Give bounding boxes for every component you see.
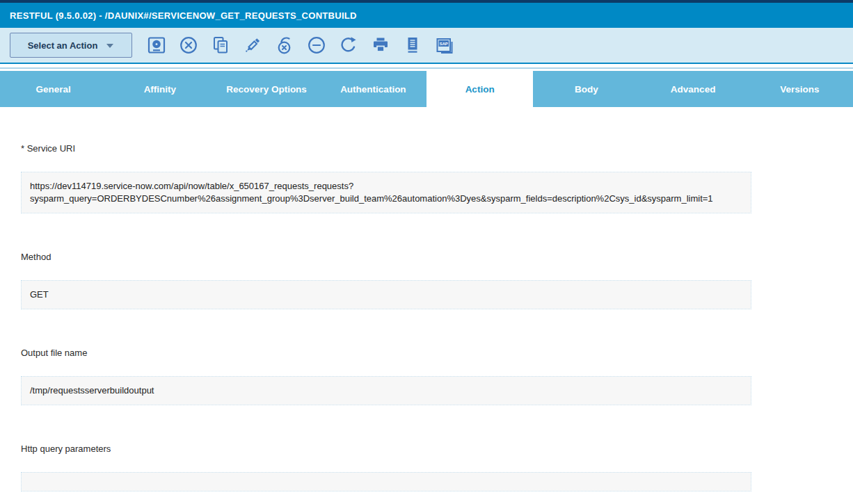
document-button[interactable] [402, 35, 423, 56]
output-file-name-input[interactable]: /tmp/requestsserverbuildoutput [21, 376, 751, 405]
select-action-label: Select an Action [28, 40, 98, 51]
sap-icon: SAP [435, 35, 454, 55]
toolbar-tab-separator [0, 64, 853, 71]
redo-button[interactable] [338, 35, 359, 56]
method-group: Method GET [21, 252, 853, 309]
svg-text:SAP: SAP [440, 42, 448, 46]
sap-button[interactable]: SAP [434, 35, 455, 56]
copy-icon [211, 35, 230, 55]
http-query-parameters-input[interactable] [21, 472, 751, 491]
free-circle-x-icon [275, 35, 294, 55]
minus-circle-icon [307, 35, 326, 55]
disk-button[interactable] [146, 35, 167, 56]
caret-down-icon [106, 39, 114, 51]
copy-button[interactable] [210, 35, 231, 56]
tab-general[interactable]: General [0, 71, 106, 107]
tab-bar: General Affinity Recovery Options Authen… [0, 71, 853, 107]
document-icon [403, 35, 422, 55]
service-uri-input[interactable]: https://dev114719.service-now.com/api/no… [21, 172, 751, 213]
window-title: RESTFUL (9.5.0.02) - /DAUNIX#/SERVICENOW… [10, 10, 357, 21]
service-uri-group: * Service URI https://dev114719.service-… [21, 143, 853, 213]
print-button[interactable] [370, 35, 391, 56]
edit-pencil-icon [243, 35, 262, 55]
tab-advanced[interactable]: Advanced [640, 71, 747, 107]
redo-arrow-icon [339, 35, 358, 55]
application-window: RESTFUL (9.5.0.02) - /DAUNIX#/SERVICENOW… [0, 0, 853, 504]
http-query-parameters-label: Http query parameters [21, 444, 853, 454]
output-file-name-group: Output file name /tmp/requestsserverbuil… [21, 348, 853, 405]
service-uri-label: * Service URI [21, 143, 853, 154]
tab-authentication[interactable]: Authentication [320, 71, 426, 107]
tab-versions[interactable]: Versions [747, 71, 853, 107]
select-action-dropdown[interactable]: Select an Action [10, 33, 132, 58]
action-tab-panel: * Service URI https://dev114719.service-… [0, 107, 853, 504]
disk-icon [147, 35, 166, 55]
tab-affinity[interactable]: Affinity [106, 71, 213, 107]
method-label: Method [21, 252, 853, 262]
toolbar-icon-row: SAP [146, 35, 455, 56]
printer-icon [371, 35, 390, 55]
close-circle-icon [179, 35, 198, 55]
tab-recovery-options[interactable]: Recovery Options [214, 71, 320, 107]
tab-body[interactable]: Body [533, 71, 639, 107]
free-button[interactable] [274, 35, 295, 56]
tab-action[interactable]: Action [426, 71, 533, 107]
toolbar: Select an Action [0, 28, 853, 64]
edit-button[interactable] [242, 35, 263, 56]
title-bar: RESTFUL (9.5.0.02) - /DAUNIX#/SERVICENOW… [0, 3, 853, 28]
method-input[interactable]: GET [21, 280, 751, 309]
http-query-parameters-group: Http query parameters [21, 444, 853, 491]
close-button[interactable] [178, 35, 199, 56]
output-file-name-label: Output file name [21, 348, 853, 358]
remove-button[interactable] [306, 35, 327, 56]
